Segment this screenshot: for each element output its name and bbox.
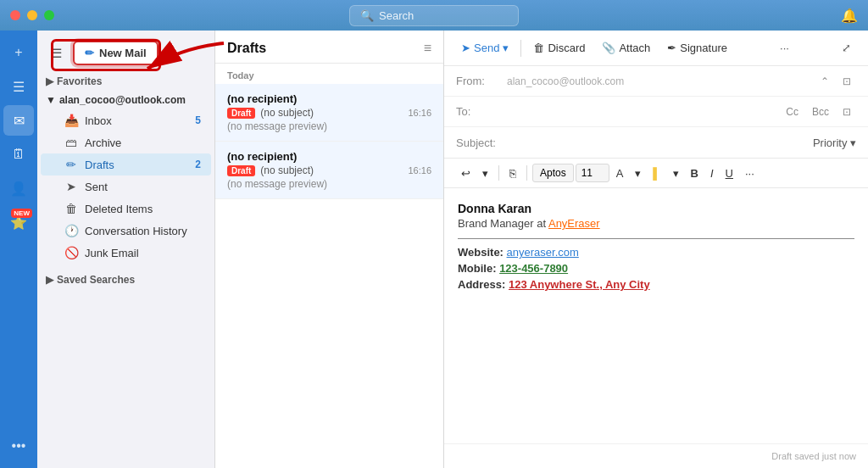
search-icon: 🔍 <box>360 9 374 22</box>
account-chevron-icon: ▼ <box>46 94 56 106</box>
junk-icon: 🚫 <box>64 246 78 259</box>
sent-icon: ➤ <box>64 180 78 193</box>
close-button[interactable] <box>10 10 20 20</box>
font-color-button[interactable]: A <box>611 164 629 182</box>
website-link[interactable]: anyeraser.com <box>507 246 579 259</box>
saved-searches-chevron-icon: ▶ <box>46 274 53 286</box>
compose-footer: Draft saved just now <box>444 443 868 468</box>
deleted-label: Deleted Items <box>85 203 153 215</box>
saved-searches-header[interactable]: ▶ Saved Searches <box>37 270 214 289</box>
more-format-button[interactable]: ··· <box>740 164 760 182</box>
attach-button[interactable]: 📎 Attach <box>595 37 657 58</box>
signature-company-link[interactable]: AnyEraser <box>548 217 600 230</box>
sidebar-item-sent[interactable]: ➤ Sent <box>41 176 211 198</box>
drafts-count: 2 <box>195 159 201 170</box>
undo-button[interactable]: ↩ <box>456 164 476 182</box>
from-photo-button[interactable]: ⊡ <box>837 74 856 89</box>
font-color-chevron[interactable]: ▾ <box>630 164 646 182</box>
signature-mobile: Mobile: 123-456-7890 <box>458 262 854 275</box>
sidebar-item-junk[interactable]: 🚫 Junk Email <box>41 242 211 264</box>
add-icon: + <box>14 45 22 60</box>
cc-button[interactable]: Cc <box>781 104 804 120</box>
compose-toolbar: ➤ Send ▾ 🗑 Discard 📎 Attach ✒ Signature <box>444 31 868 66</box>
sidebar-menu-button[interactable]: ☰ <box>3 71 34 102</box>
toolbar-more-button[interactable]: ··· <box>773 37 796 58</box>
inbox-label: Inbox <box>85 114 112 127</box>
compose-icon: ✏ <box>85 47 94 59</box>
sidebar-item-conversation-history[interactable]: 🕐 Conversation History <box>41 220 211 242</box>
mail-list-filter-button[interactable]: ≡ <box>424 41 431 56</box>
account-header[interactable]: ▼ alan_cocoo@outlook.com <box>37 91 214 109</box>
expand-button[interactable]: ⤢ <box>835 37 858 58</box>
sidebar-mail-button[interactable]: ✉ <box>3 105 34 136</box>
attach-icon: 📎 <box>602 42 615 54</box>
send-button[interactable]: ➤ Send ▾ <box>454 37 515 58</box>
font-selector[interactable]: Aptos <box>532 164 574 182</box>
sidebar-hamburger-button[interactable]: ☰ <box>44 42 68 65</box>
search-bar[interactable]: 🔍 Search <box>349 5 519 26</box>
maximize-button[interactable] <box>44 10 54 20</box>
sidebar-calendar-button[interactable]: 🗓 <box>3 139 34 170</box>
mail-icon: ✉ <box>14 113 25 129</box>
to-field[interactable]: To: Cc Bcc ⊡ <box>444 97 868 127</box>
undo-chevron-button[interactable]: ▾ <box>477 164 493 182</box>
underline-button[interactable]: U <box>721 164 738 182</box>
sidebar-people-button[interactable]: 👤 <box>3 173 34 203</box>
drafts-icon: ✏ <box>64 158 78 171</box>
mail-item-2[interactable]: (no recipient) Draft (no subject) 16:16 … <box>215 142 443 199</box>
from-expand-button[interactable]: ⌃ <box>815 74 834 89</box>
signature-button[interactable]: ✒ Signature <box>660 37 734 58</box>
font-size-selector[interactable]: 11 <box>576 164 609 182</box>
copy-format-button[interactable]: ⎘ <box>504 164 521 182</box>
drafts-label: Drafts <box>85 159 114 171</box>
sidebar-more-button[interactable]: ••• <box>3 431 34 461</box>
sidebar-item-inbox[interactable]: 📥 Inbox 5 <box>41 109 211 131</box>
sidebar-item-drafts[interactable]: ✏ Drafts 2 <box>41 153 211 176</box>
mail-item-row-2: Draft (no subject) 16:16 <box>227 164 431 176</box>
highlight-button[interactable]: ▌ <box>648 164 665 182</box>
new-badge: NEW <box>11 209 32 218</box>
mail-list: Drafts ≡ Today (no recipient) Draft (no … <box>215 31 444 468</box>
mail-preview-2: (no message preview) <box>227 178 431 190</box>
inbox-count: 5 <box>195 114 201 126</box>
attach-label: Attach <box>619 42 650 54</box>
compose-body[interactable]: Donna Karan Brand Manager at AnyEraser W… <box>444 188 868 443</box>
nav-sidebar: ☰ ✏ New Mail ▶ Favorites ▼ alan_cocoo@ou… <box>37 31 215 468</box>
favorites-chevron-icon: ▶ <box>46 75 53 87</box>
archive-label: Archive <box>85 136 121 149</box>
highlight-chevron[interactable]: ▾ <box>668 164 684 182</box>
signature-icon: ✒ <box>667 42 676 54</box>
discard-button[interactable]: 🗑 Discard <box>526 37 592 58</box>
sidebar-add-button[interactable]: + <box>3 37 34 68</box>
subject-field[interactable]: Subject: Priority ▾ <box>444 127 868 158</box>
send-icon: ➤ <box>461 42 470 54</box>
signature-address: Address: 123 Anywhere St., Any City <box>458 278 854 291</box>
bcc-button[interactable]: Bcc <box>807 104 834 120</box>
draft-badge-1: Draft <box>227 108 255 119</box>
priority-button[interactable]: Priority ▾ <box>813 136 856 149</box>
mail-subject-2: (no subject) <box>260 164 314 176</box>
new-mail-label: New Mail <box>99 47 147 59</box>
address-value: 123 Anywhere St., Any City <box>509 278 650 291</box>
mail-sender-1: (no recipient) <box>227 92 431 105</box>
sent-label: Sent <box>85 181 108 193</box>
favorites-section-header[interactable]: ▶ Favorites <box>37 72 214 91</box>
sidebar-item-archive[interactable]: 🗃 Archive <box>41 131 211 153</box>
minimize-button[interactable] <box>27 10 37 20</box>
new-mail-button[interactable]: ✏ New Mail <box>73 41 159 65</box>
italic-button[interactable]: I <box>705 164 719 182</box>
from-field: From: alan_cocoo@outlook.com ⌃ ⊡ <box>444 66 868 97</box>
mail-item[interactable]: (no recipient) Draft (no subject) 16:16 … <box>215 84 443 142</box>
draft-badge-2: Draft <box>227 165 255 176</box>
window-controls <box>10 10 54 20</box>
compose-fields: From: alan_cocoo@outlook.com ⌃ ⊡ To: Cc … <box>444 66 868 159</box>
search-placeholder: Search <box>379 9 414 22</box>
people-icon: 👤 <box>10 181 27 197</box>
sidebar-new-button[interactable]: ⭐ NEW <box>3 207 34 237</box>
notification-icon[interactable]: 🔔 <box>841 8 858 24</box>
toolbar-sep-1 <box>520 40 521 57</box>
bold-button[interactable]: B <box>686 164 704 182</box>
trash-icon: 🗑 <box>64 202 78 215</box>
sidebar-item-deleted[interactable]: 🗑 Deleted Items <box>41 198 211 220</box>
to-photo-button[interactable]: ⊡ <box>837 104 856 120</box>
